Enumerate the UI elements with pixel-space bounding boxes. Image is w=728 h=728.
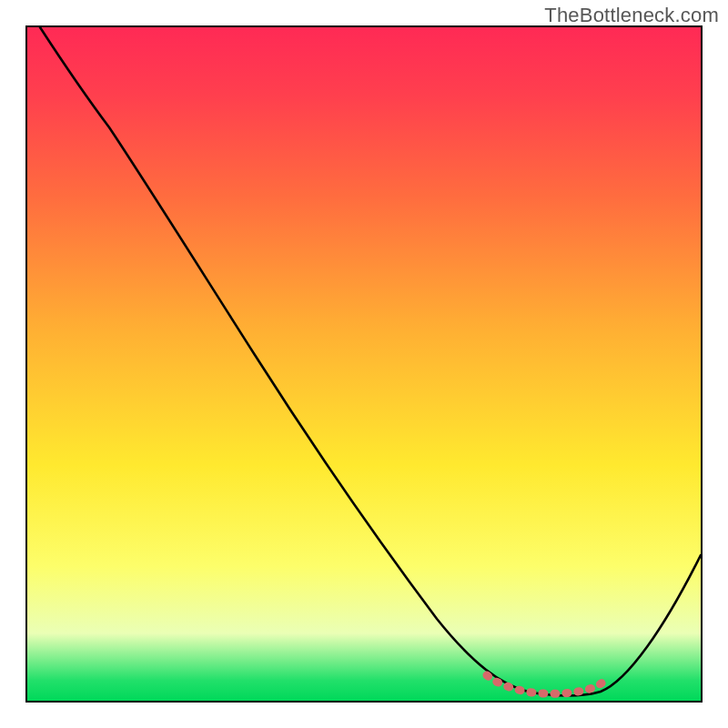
curve-layer	[27, 27, 701, 701]
highlight-band-path	[487, 675, 602, 693]
chart-stage: TheBottleneck.com	[0, 0, 728, 728]
plot-area	[25, 25, 703, 703]
watermark-text: TheBottleneck.com	[544, 4, 719, 27]
bottleneck-curve-path	[40, 27, 701, 696]
